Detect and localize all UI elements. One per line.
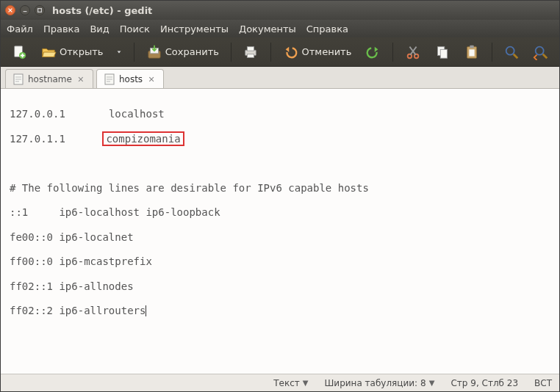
find-replace-button[interactable] bbox=[528, 41, 553, 63]
cut-icon bbox=[405, 44, 421, 60]
text: 127.0.1.1 bbox=[10, 133, 65, 145]
status-cursor-position: Стр 9, Стлб 23 bbox=[450, 378, 518, 388]
tab-hosts[interactable]: hosts ✕ bbox=[96, 69, 164, 88]
new-file-icon bbox=[11, 44, 27, 60]
highlighted-hostname: compizomania bbox=[102, 131, 184, 146]
minimize-button[interactable] bbox=[20, 5, 30, 15]
maximize-button[interactable] bbox=[35, 5, 45, 15]
menu-help[interactable]: Справка bbox=[306, 23, 348, 35]
text: localhost bbox=[109, 108, 165, 120]
open-dropdown[interactable] bbox=[112, 46, 126, 58]
print-icon bbox=[243, 44, 259, 60]
chevron-down-icon: ▼ bbox=[429, 379, 435, 387]
save-icon bbox=[146, 44, 162, 60]
menu-documents[interactable]: Документы bbox=[239, 23, 296, 35]
menubar: Файл Правка Вид Поиск Инструменты Докуме… bbox=[1, 20, 559, 37]
svg-line-23 bbox=[514, 54, 518, 58]
text: # The following lines are desirable for … bbox=[10, 182, 369, 194]
text: ff02::2 ip6-allrouters bbox=[10, 305, 146, 316]
svg-rect-21 bbox=[469, 49, 474, 56]
open-button[interactable]: Открыть bbox=[36, 41, 107, 63]
svg-line-25 bbox=[543, 54, 548, 58]
open-label: Открыть bbox=[60, 46, 103, 57]
status-insert-mode: ВСТ bbox=[534, 378, 552, 388]
svg-rect-11 bbox=[248, 46, 254, 50]
text: fe00::0 ip6-localnet bbox=[10, 231, 134, 243]
menu-view[interactable]: Вид bbox=[90, 23, 109, 35]
menu-file[interactable]: Файл bbox=[7, 23, 33, 35]
tab-close-button[interactable]: ✕ bbox=[76, 75, 85, 84]
text: ff00::0 ip6-mcastprefix bbox=[10, 255, 152, 267]
toolbar: Открыть Сохранить Отменить bbox=[1, 37, 559, 67]
status-language[interactable]: Текст ▼ bbox=[273, 378, 308, 388]
menu-search[interactable]: Поиск bbox=[120, 23, 150, 35]
undo-button[interactable]: Отменить bbox=[279, 41, 356, 63]
text: 127.0.0.1 bbox=[10, 108, 65, 120]
redo-button[interactable] bbox=[360, 41, 385, 63]
status-tab-width[interactable]: Ширина табуляции: 8 ▼ bbox=[325, 378, 435, 388]
save-button[interactable]: Сохранить bbox=[142, 41, 223, 63]
undo-label: Отменить bbox=[302, 46, 352, 57]
copy-icon bbox=[434, 44, 450, 60]
gedit-window: hosts (/etc) - gedit Файл Правка Вид Пои… bbox=[0, 0, 560, 392]
redo-icon bbox=[365, 44, 381, 60]
text: ff02::1 ip6-allnodes bbox=[10, 280, 134, 292]
tab-close-button[interactable]: ✕ bbox=[147, 75, 156, 84]
undo-icon bbox=[283, 44, 299, 60]
chevron-down-icon: ▼ bbox=[303, 379, 309, 387]
save-label: Сохранить bbox=[165, 46, 219, 57]
find-button[interactable] bbox=[499, 41, 524, 63]
statusbar: Текст ▼ Ширина табуляции: 8 ▼ Стр 9, Стл… bbox=[1, 374, 559, 391]
svg-rect-12 bbox=[248, 54, 254, 57]
tab-label: hostname bbox=[28, 74, 72, 84]
titlebar: hosts (/etc) - gedit bbox=[1, 1, 559, 20]
cut-button[interactable] bbox=[401, 41, 426, 63]
file-icon bbox=[13, 73, 24, 85]
close-button[interactable] bbox=[5, 5, 15, 15]
text-cursor bbox=[146, 305, 146, 316]
paste-icon bbox=[464, 44, 480, 60]
open-folder-icon bbox=[40, 44, 57, 60]
menu-edit[interactable]: Правка bbox=[43, 23, 79, 35]
print-button[interactable] bbox=[238, 41, 263, 63]
find-icon bbox=[503, 44, 520, 60]
tab-label: hosts bbox=[119, 74, 143, 84]
svg-rect-3 bbox=[38, 9, 42, 12]
menu-tools[interactable]: Инструменты bbox=[160, 23, 229, 35]
text: ::1 ip6-localhost ip6-loopback bbox=[10, 206, 220, 218]
tab-hostname[interactable]: hostname ✕ bbox=[5, 69, 93, 88]
chevron-down-icon bbox=[116, 49, 122, 55]
window-controls bbox=[5, 5, 45, 15]
svg-point-24 bbox=[536, 46, 544, 54]
window-title: hosts (/etc) - gedit bbox=[52, 5, 152, 16]
tabbar: hostname ✕ hosts ✕ bbox=[1, 67, 559, 89]
new-file-button[interactable] bbox=[7, 41, 32, 63]
svg-point-22 bbox=[506, 46, 514, 54]
find-replace-icon bbox=[533, 44, 549, 60]
text-editor[interactable]: 127.0.0.1 localhost 127.0.1.1 compizoman… bbox=[1, 89, 559, 374]
paste-button[interactable] bbox=[459, 41, 484, 63]
file-icon bbox=[104, 73, 115, 85]
copy-button[interactable] bbox=[430, 41, 455, 63]
svg-rect-20 bbox=[470, 45, 474, 48]
svg-rect-18 bbox=[440, 49, 447, 58]
